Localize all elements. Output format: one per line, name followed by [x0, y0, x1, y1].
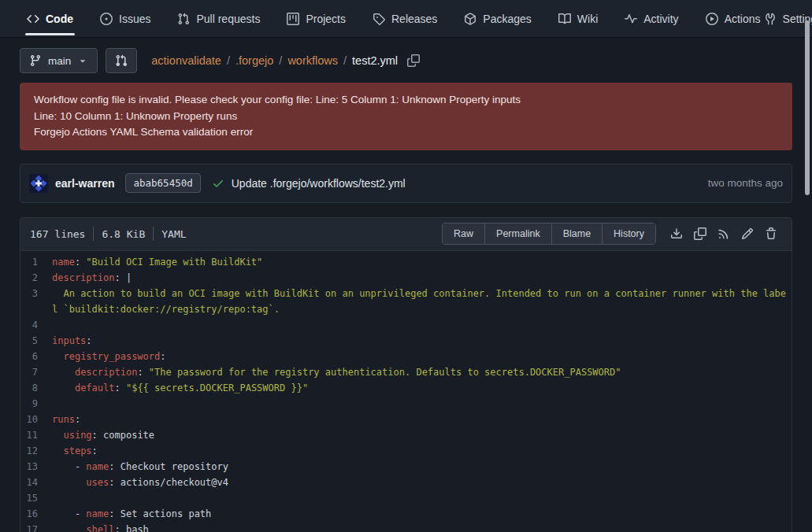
error-line: Forgejo Actions YAML Schema validation e… [34, 124, 778, 141]
nav-tab-label: Releases [391, 13, 437, 25]
code-icon [27, 13, 39, 25]
breadcrumb-forgejo[interactable]: .forgejo [235, 54, 273, 67]
code-text: description: "The password for the regis… [52, 364, 792, 380]
line-number[interactable]: 1 [20, 254, 52, 270]
edit-icon[interactable] [741, 227, 754, 240]
commit-author[interactable]: earl-warren [55, 177, 114, 190]
line-number[interactable]: 3 [20, 286, 52, 317]
line-number[interactable]: 13 [20, 459, 52, 475]
line-number[interactable]: 14 [20, 475, 52, 490]
code-text: steps: [52, 443, 792, 459]
breadcrumb-separator: / [227, 54, 230, 67]
line-number[interactable]: 12 [20, 443, 52, 459]
code-text [52, 396, 792, 412]
nav-tab-actions[interactable]: Actions [704, 0, 762, 37]
nav-tab-releases[interactable]: Releases [371, 0, 439, 37]
raw-button[interactable]: Raw [443, 224, 484, 244]
nav-tab-projects[interactable]: Projects [285, 0, 347, 37]
branch-selector-button[interactable]: main [20, 48, 98, 73]
copy-path-icon[interactable] [407, 54, 420, 67]
branch-name: main [48, 55, 71, 67]
code-text: name: "Build OCI Image with BuildKit" [52, 254, 792, 270]
nav-tab-code[interactable]: Code [25, 0, 75, 37]
file-language: YAML [161, 228, 186, 240]
code-view: 1name: "Build OCI Image with BuildKit"2d… [20, 251, 792, 532]
code-text [52, 317, 792, 333]
latest-commit-bar: earl-warren abab65450d Update .forgejo/w… [20, 164, 792, 203]
commit-status-check-icon[interactable] [212, 177, 224, 190]
breadcrumb-test2.yml: test2.yml [352, 54, 398, 67]
nav-tab-issues[interactable]: Issues [98, 0, 152, 37]
breadcrumb-workflows[interactable]: workflows [287, 54, 338, 67]
play-icon [706, 13, 718, 25]
line-number[interactable]: 17 [20, 522, 52, 532]
line-number[interactable]: 15 [20, 490, 52, 506]
download-icon[interactable] [670, 227, 683, 240]
code-text: default: "${{ secrets.DOCKER_PASSWORD }}… [52, 380, 792, 396]
repo-tabs: CodeIssuesPull requestsProjectsReleasesP… [25, 0, 762, 37]
rss-icon[interactable] [717, 227, 730, 240]
avatar[interactable] [29, 174, 48, 193]
code-line: 15 [20, 490, 792, 506]
code-line: 11 using: composite [20, 427, 792, 443]
project-icon [287, 13, 299, 25]
code-text: An action to build an OCI image with Bui… [52, 286, 792, 317]
copy-icon[interactable] [694, 227, 706, 240]
breadcrumb: actionvalidate/.forgejo/workflows/test2.… [151, 54, 420, 67]
breadcrumb-separator: / [343, 54, 347, 67]
code-text: using: composite [52, 427, 792, 443]
line-number[interactable]: 11 [20, 427, 52, 443]
tools-icon [764, 13, 777, 25]
code-text: shell: bash [52, 522, 792, 532]
code-line: 6 registry_password: [20, 349, 792, 364]
line-number[interactable]: 16 [20, 506, 52, 522]
meta-divider [93, 227, 94, 241]
nav-tab-pull-requests[interactable]: Pull requests [176, 0, 261, 37]
file-action-icons [670, 227, 777, 240]
pulse-icon [625, 13, 637, 25]
code-text: description: | [52, 270, 792, 286]
code-text [52, 490, 792, 506]
repo-tab-bar: CodeIssuesPull requestsProjectsReleasesP… [0, 0, 812, 38]
code-line: 13 - name: Checkout repository [20, 459, 792, 475]
line-number[interactable]: 2 [20, 270, 52, 286]
breadcrumb-actionvalidate[interactable]: actionvalidate [151, 54, 221, 67]
line-number[interactable]: 6 [20, 349, 52, 364]
nav-tab-label: Packages [483, 13, 531, 25]
line-number[interactable]: 10 [20, 412, 52, 427]
code-line: 7 description: "The password for the reg… [20, 364, 792, 380]
history-button[interactable]: History [602, 224, 655, 244]
error-line: Line: 10 Column 1: Unknown Property runs [34, 109, 778, 125]
page-scrollbar[interactable] [805, 20, 810, 195]
git-compare-icon [115, 54, 128, 67]
line-number[interactable]: 7 [20, 364, 52, 380]
commit-message[interactable]: Update .forgejo/workflows/test2.yml [232, 177, 406, 190]
nav-tab-label: Projects [306, 13, 346, 25]
error-line: Workflow config file is invalid. Please … [34, 92, 778, 109]
nav-tab-packages[interactable]: Packages [462, 0, 532, 37]
package-icon [464, 13, 476, 25]
commit-sha-badge[interactable]: abab65450d [125, 173, 200, 193]
line-number[interactable]: 4 [20, 317, 52, 333]
issue-icon [100, 13, 113, 25]
nav-tab-activity[interactable]: Activity [623, 0, 680, 37]
file-line-count: 167 lines [30, 228, 85, 240]
line-number[interactable]: 5 [20, 333, 52, 349]
permalink-button[interactable]: Permalink [484, 224, 551, 244]
line-number[interactable]: 8 [20, 380, 52, 396]
compare-button[interactable] [106, 48, 137, 73]
tag-icon [373, 13, 385, 25]
line-number[interactable]: 9 [20, 396, 52, 412]
nav-tab-label: Activity [643, 13, 678, 25]
nav-tab-label: Wiki [577, 13, 598, 25]
book-icon [558, 13, 571, 25]
code-line: 17 shell: bash [20, 522, 792, 532]
git-branch-icon [29, 54, 42, 67]
code-line: 8 default: "${{ secrets.DOCKER_PASSWORD … [20, 380, 792, 396]
blame-button[interactable]: Blame [551, 224, 602, 244]
code-line: 3 An action to build an OCI image with B… [20, 286, 792, 317]
nav-tab-wiki[interactable]: Wiki [557, 0, 599, 37]
code-text: - name: Set actions path [52, 506, 792, 522]
delete-icon[interactable] [765, 227, 777, 240]
code-line: 16 - name: Set actions path [20, 506, 792, 522]
